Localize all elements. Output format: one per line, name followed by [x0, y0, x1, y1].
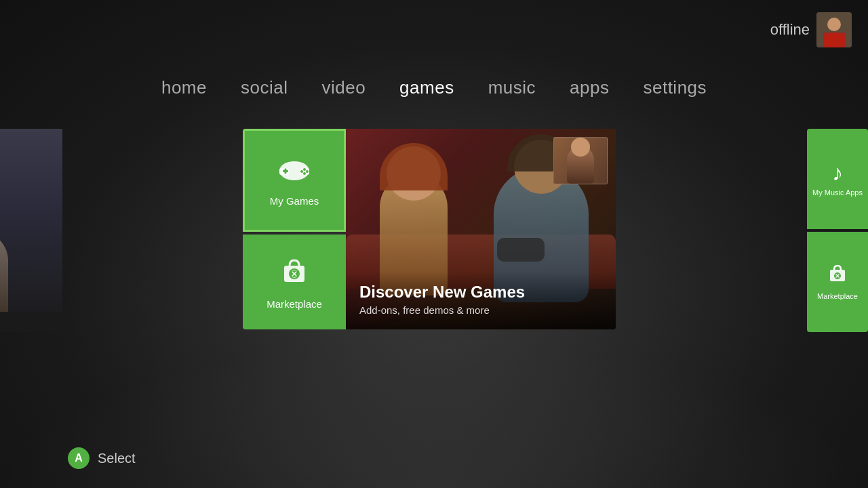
connection-status: offline	[770, 21, 810, 39]
tiles-container: My Games Marketplace	[243, 129, 616, 329]
featured-panel[interactable]: Discover New Games Add-ons, free demos &…	[346, 129, 616, 329]
nav-music[interactable]: music	[488, 75, 536, 101]
main-nav: home social video games music apps setti…	[0, 75, 868, 101]
avatar[interactable]	[816, 12, 852, 47]
svg-point-10	[300, 170, 303, 173]
featured-subtitle: Add-ons, free demos & more	[359, 304, 602, 316]
featured-title: Discover New Games	[359, 283, 602, 302]
green-tiles-column: My Games Marketplace	[243, 129, 346, 329]
svg-point-12	[306, 170, 309, 173]
right-tile-my-music-apps[interactable]: ♪ My Music Apps	[807, 129, 868, 229]
select-label: Select	[98, 451, 136, 466]
controller-icon	[277, 155, 312, 190]
nav-settings[interactable]: settings	[643, 75, 707, 101]
right-tile-marketplace[interactable]: Marketplace	[807, 232, 868, 332]
nav-games[interactable]: games	[399, 75, 454, 101]
nav-video[interactable]: video	[321, 75, 366, 101]
bag-icon	[279, 255, 310, 293]
marketplace-tile[interactable]: Marketplace	[243, 235, 346, 329]
nav-apps[interactable]: apps	[570, 75, 609, 101]
bottom-controls: A Select	[68, 447, 136, 469]
svg-point-1	[827, 18, 841, 31]
featured-image: Discover New Games Add-ons, free demos &…	[346, 129, 616, 329]
my-games-tile[interactable]: My Games	[243, 129, 346, 232]
music-note-icon: ♪	[832, 161, 843, 186]
right-my-music-apps-label: My Music Apps	[812, 188, 863, 197]
status-bar: offline	[754, 0, 868, 60]
right-bag-icon	[827, 262, 848, 289]
svg-point-11	[303, 172, 306, 175]
small-thumbnail	[553, 137, 608, 184]
main-content: My Games Marketplace	[0, 129, 868, 488]
my-games-label: My Games	[270, 195, 319, 207]
right-partial-tiles: ♪ My Music Apps Marketplace	[807, 129, 868, 332]
svg-point-9	[303, 168, 306, 171]
marketplace-label: Marketplace	[267, 298, 322, 310]
nav-home[interactable]: home	[161, 75, 207, 101]
right-marketplace-label: Marketplace	[817, 292, 858, 301]
svg-rect-8	[285, 168, 287, 174]
nav-social[interactable]: social	[241, 75, 288, 101]
a-button[interactable]: A	[68, 447, 90, 469]
featured-overlay: Discover New Games Add-ons, free demos &…	[346, 272, 616, 329]
svg-rect-3	[823, 33, 845, 47]
